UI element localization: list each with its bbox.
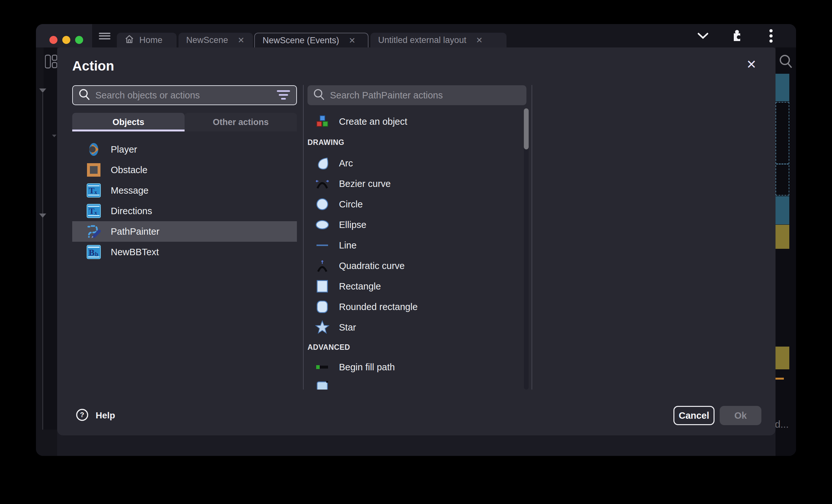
event-action-block[interactable] [776, 346, 789, 369]
action-dialog: Action ✕ [57, 48, 776, 436]
close-window-button[interactable] [49, 36, 57, 44]
screen: Home NewScene ✕ NewScene (Events) ✕ Unti… [0, 0, 832, 504]
filter-icon[interactable] [276, 88, 290, 102]
action-label: Rectangle [339, 281, 381, 292]
object-row-newbbtext[interactable]: B b NewBBText [72, 242, 297, 262]
search-icon [313, 88, 325, 102]
object-list: Player Obstacle [72, 139, 297, 262]
titlebar: Home NewScene ✕ NewScene (Events) ✕ Unti… [36, 24, 796, 48]
action-label: Bezier curve [339, 178, 391, 189]
object-row-player[interactable]: Player [72, 139, 297, 160]
action-row-quadratic-curve[interactable]: Quadratic curve [308, 255, 519, 276]
main-menu-icon[interactable] [99, 31, 110, 40]
action-list: Create an object DRAWING Arc [308, 111, 519, 390]
action-row-arc[interactable]: Arc [308, 153, 519, 173]
object-label: PathPainter [111, 226, 159, 237]
star-icon [315, 320, 329, 334]
action-search-input[interactable] [330, 90, 521, 101]
close-tab-icon[interactable]: ✕ [349, 36, 356, 45]
events-column [44, 48, 57, 430]
action-search-box [308, 85, 526, 105]
traffic-light-panel [36, 24, 92, 48]
object-row-pathpainter[interactable]: PathPainter [72, 221, 297, 242]
action-label: Arc [339, 158, 353, 169]
obstacle-icon [86, 163, 101, 177]
ok-button[interactable]: Ok [720, 406, 761, 425]
object-label: Message [111, 185, 149, 196]
action-row-partial[interactable] [308, 377, 519, 390]
minimize-window-button[interactable] [62, 36, 70, 44]
cancel-button[interactable]: Cancel [673, 406, 714, 425]
tab-newscene-events[interactable]: NewScene (Events) ✕ [254, 33, 368, 48]
close-tab-icon[interactable]: ✕ [238, 35, 244, 45]
tab-untitled-external-layout[interactable]: Untitled external layout ✕ [370, 33, 506, 48]
scrollbar-thumb[interactable] [524, 108, 529, 149]
tab-newscene[interactable]: NewScene ✕ [179, 33, 253, 48]
event-condition-block[interactable] [776, 74, 789, 101]
object-row-directions[interactable]: T x Directions [72, 201, 297, 221]
action-row-ellipse[interactable]: Ellipse [308, 215, 519, 235]
help-button[interactable]: ? Help [76, 409, 115, 423]
svg-text:T: T [89, 186, 94, 195]
action-label: Ellipse [339, 220, 366, 230]
action-row-rounded-rectangle[interactable]: Rounded rectangle [308, 297, 519, 317]
line-icon [315, 238, 329, 252]
action-row-create-object[interactable]: Create an object [308, 111, 519, 132]
action-row-circle[interactable]: Circle [308, 194, 519, 215]
object-label: Player [111, 144, 137, 155]
svg-text:x: x [94, 210, 97, 216]
tab-objects[interactable]: Objects [72, 113, 185, 132]
event-action-block[interactable] [776, 225, 789, 249]
action-label: Quadratic curve [339, 261, 405, 271]
tab-label: Untitled external layout [378, 35, 466, 45]
event-link-block [776, 378, 784, 380]
action-label: Begin fill path [339, 362, 395, 372]
action-row-begin-fill-path[interactable]: Begin fill path [308, 357, 519, 377]
action-row-line[interactable]: Line [308, 235, 519, 255]
event-condition-block[interactable] [776, 196, 789, 224]
object-row-obstacle[interactable]: Obstacle [72, 160, 297, 180]
tab-other-actions[interactable]: Other actions [185, 113, 297, 132]
zoom-window-button[interactable] [75, 36, 83, 44]
object-search-box [72, 85, 297, 105]
circle-icon [315, 197, 329, 211]
extensions-puzzle-icon[interactable] [731, 29, 744, 42]
kebab-menu-icon[interactable] [764, 29, 777, 42]
events-panel-right-edge: d... [776, 48, 796, 456]
action-row-rectangle[interactable]: Rectangle [308, 276, 519, 297]
chevron-down-icon[interactable] [697, 29, 709, 42]
action-list-scrollbar[interactable] [524, 108, 529, 390]
dialog-footer: ? Help Cancel Ok [57, 400, 776, 436]
object-label: Obstacle [111, 165, 147, 175]
tab-home[interactable]: Home [117, 33, 177, 48]
path-painter-icon [86, 224, 101, 239]
collapse-triangle-icon[interactable] [39, 88, 46, 93]
event-selected-block[interactable] [776, 102, 789, 196]
close-tab-icon[interactable]: ✕ [476, 35, 483, 45]
tab-label: NewScene [186, 35, 228, 45]
tab-label: Home [139, 35, 162, 45]
svg-text:?: ? [80, 411, 84, 419]
bezier-curve-icon [315, 177, 329, 191]
action-label: Create an object [339, 116, 407, 127]
begin-fill-path-icon [315, 360, 329, 374]
svg-text:b: b [95, 251, 98, 257]
svg-text:x: x [94, 189, 97, 195]
player-icon [86, 142, 101, 157]
quadratic-curve-icon [315, 259, 329, 273]
collapse-triangle-icon[interactable] [52, 135, 56, 137]
search-icon[interactable] [779, 54, 793, 71]
object-search-input[interactable] [95, 90, 276, 101]
rounded-rectangle-icon [315, 300, 329, 314]
close-dialog-button[interactable]: ✕ [744, 57, 759, 72]
rectangle-icon [315, 279, 329, 293]
arc-icon [315, 156, 329, 170]
action-row-star[interactable]: Star [308, 317, 519, 338]
collapse-triangle-icon[interactable] [39, 214, 46, 218]
section-header-drawing: DRAWING [308, 132, 519, 153]
action-row-bezier-curve[interactable]: Bezier curve [308, 173, 519, 194]
ellipse-icon [315, 218, 329, 232]
text-object-icon: T x [86, 203, 101, 218]
object-row-message[interactable]: T x Message [72, 180, 297, 201]
object-label: NewBBText [111, 247, 159, 257]
